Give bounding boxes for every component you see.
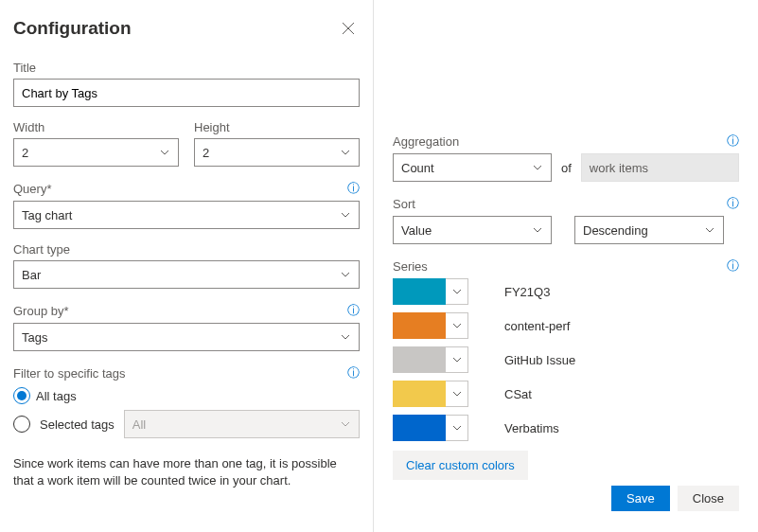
color-swatch bbox=[393, 415, 446, 441]
series-row: Verbatims bbox=[393, 415, 739, 441]
radio-selected-label: Selected tags bbox=[40, 417, 115, 432]
of-label: of bbox=[561, 161, 572, 175]
save-button[interactable]: Save bbox=[611, 486, 670, 511]
width-label: Width bbox=[13, 120, 179, 134]
chevron-down-icon bbox=[704, 224, 715, 236]
height-select[interactable]: 2 bbox=[194, 138, 360, 167]
color-swatch bbox=[393, 312, 446, 339]
series-row: FY21Q3 bbox=[393, 278, 739, 305]
query-value: Tag chart bbox=[22, 208, 72, 222]
color-picker-button[interactable] bbox=[446, 381, 468, 407]
dialog-title: Configuration bbox=[13, 18, 132, 39]
chevron-down-icon bbox=[340, 209, 351, 221]
chevron-down-icon bbox=[159, 147, 170, 158]
series-item-label: FY21Q3 bbox=[504, 285, 550, 299]
aggregation-select[interactable]: Count bbox=[393, 153, 552, 182]
title-label: Title bbox=[13, 61, 360, 75]
height-label: Height bbox=[194, 120, 360, 134]
info-icon[interactable]: ⓘ bbox=[727, 257, 739, 275]
group-by-select[interactable]: Tags bbox=[13, 323, 360, 351]
info-icon[interactable]: ⓘ bbox=[347, 180, 360, 197]
series-row: GitHub Issue bbox=[393, 346, 739, 373]
series-row: CSat bbox=[393, 381, 739, 407]
series-label: Series bbox=[393, 259, 428, 274]
tags-select: All bbox=[124, 410, 360, 438]
close-button[interactable]: Close bbox=[678, 486, 739, 511]
chart-type-value: Bar bbox=[22, 268, 41, 282]
chevron-down-icon bbox=[340, 147, 351, 158]
color-swatch bbox=[393, 346, 446, 373]
sort-by-select[interactable]: Value bbox=[393, 216, 552, 244]
chevron-down-icon bbox=[532, 224, 543, 236]
height-value: 2 bbox=[203, 146, 209, 160]
chevron-down-icon bbox=[532, 162, 543, 173]
radio-selected-tags[interactable] bbox=[13, 416, 30, 433]
series-row: content-perf bbox=[393, 312, 739, 339]
sort-label: Sort bbox=[393, 197, 415, 211]
close-icon[interactable] bbox=[337, 17, 360, 40]
color-picker-button[interactable] bbox=[446, 278, 468, 305]
series-item-label: GitHub Issue bbox=[504, 353, 575, 367]
group-by-value: Tags bbox=[22, 330, 47, 345]
clear-custom-colors-button[interactable]: Clear custom colors bbox=[393, 451, 528, 480]
series-item-label: Verbatims bbox=[504, 421, 559, 435]
width-select[interactable]: 2 bbox=[13, 138, 179, 167]
filter-label: Filter to specific tags bbox=[13, 366, 126, 381]
chevron-down-icon bbox=[340, 418, 351, 430]
chart-type-label: Chart type bbox=[13, 242, 360, 257]
info-icon[interactable]: ⓘ bbox=[727, 195, 739, 212]
group-by-label: Group by* bbox=[13, 304, 69, 318]
of-value: work items bbox=[590, 161, 648, 175]
query-label: Query* bbox=[13, 182, 51, 196]
width-value: 2 bbox=[22, 146, 28, 160]
color-picker-button[interactable] bbox=[446, 312, 468, 339]
of-field: work items bbox=[581, 153, 739, 182]
title-input[interactable] bbox=[13, 79, 360, 107]
color-picker-button[interactable] bbox=[446, 346, 468, 373]
chevron-down-icon bbox=[340, 269, 351, 280]
aggregation-value: Count bbox=[401, 161, 434, 175]
sort-by-value: Value bbox=[401, 223, 432, 238]
aggregation-label: Aggregation bbox=[393, 134, 459, 149]
series-item-label: CSat bbox=[504, 387, 532, 401]
radio-all-tags[interactable] bbox=[13, 387, 30, 404]
chart-type-select[interactable]: Bar bbox=[13, 260, 360, 289]
tags-select-value: All bbox=[132, 417, 146, 432]
chevron-down-icon bbox=[340, 331, 351, 343]
info-icon[interactable]: ⓘ bbox=[727, 133, 739, 150]
sort-direction-select[interactable]: Descending bbox=[574, 216, 724, 244]
series-item-label: content-perf bbox=[504, 319, 570, 333]
info-icon[interactable]: ⓘ bbox=[347, 302, 360, 319]
info-icon[interactable]: ⓘ bbox=[347, 364, 360, 381]
color-swatch bbox=[393, 278, 446, 305]
sort-direction-value: Descending bbox=[583, 223, 648, 238]
color-swatch bbox=[393, 381, 446, 407]
filter-note: Since work items can have more than one … bbox=[13, 455, 360, 489]
query-select[interactable]: Tag chart bbox=[13, 201, 360, 229]
color-picker-button[interactable] bbox=[446, 415, 468, 441]
radio-all-label: All tags bbox=[36, 389, 77, 403]
